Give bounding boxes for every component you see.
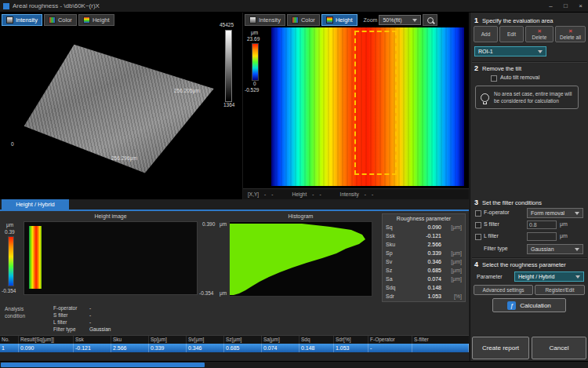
maximize-button[interactable]: □ xyxy=(558,0,573,12)
s-filter-checkbox[interactable] xyxy=(475,222,481,228)
histogram-shape xyxy=(230,222,372,296)
color-button-2d[interactable]: Color xyxy=(287,14,320,26)
color-button[interactable]: Color xyxy=(44,14,77,26)
histogram-max-unit: μm xyxy=(220,221,227,227)
minimize-button[interactable]: – xyxy=(543,0,558,12)
settings-sidebar: 1 Specify the evaluation area Add Edit ×… xyxy=(470,13,588,368)
analysis-panel: Height image μm 0.39 -0.354 Histogram 0.… xyxy=(0,210,469,335)
f-operator-checkbox[interactable] xyxy=(475,210,481,217)
chevron-down-icon xyxy=(575,275,580,279)
height-image-min: -0.354 xyxy=(2,288,16,293)
lightbulb-icon xyxy=(481,93,489,102)
delete-roi-button[interactable]: × Delete xyxy=(525,26,554,42)
add-roi-button-label: Add xyxy=(481,31,491,37)
section-2-header: 2 Remove the tilt xyxy=(474,64,521,72)
col-header[interactable]: Result[Sq[μm]] xyxy=(19,336,74,344)
delete-all-roi-button[interactable]: × Delete all xyxy=(555,26,586,42)
scrollbar-thumb[interactable] xyxy=(1,363,205,367)
advanced-settings-button[interactable]: Advanced settings xyxy=(474,285,533,295)
parameter-select[interactable]: Height / Hybrid xyxy=(514,271,584,282)
hint-box: No area set case, entire image will be c… xyxy=(475,86,579,109)
param-value: 2.566 xyxy=(403,242,441,247)
col-header[interactable]: Sdr[%] xyxy=(334,336,368,344)
view-3d-toolbar: Intensity Color Height xyxy=(2,14,114,26)
condition-row: L filter- xyxy=(53,319,91,325)
horizontal-scrollbar[interactable] xyxy=(0,361,588,368)
col-header[interactable]: S-filter xyxy=(412,336,469,344)
register-edit-label: Register/Edit xyxy=(545,287,574,293)
section-1-header: 1 Specify the evaluation area xyxy=(474,16,554,24)
app-icon xyxy=(3,3,9,9)
col-header[interactable]: Sv[μm] xyxy=(187,336,224,344)
color-button-2d-label: Color xyxy=(301,16,315,24)
create-report-button[interactable]: Create report xyxy=(472,337,529,359)
height-button-2d[interactable]: Height xyxy=(321,14,358,26)
col-header[interactable]: Sdq xyxy=(299,336,334,344)
results-table-header: No. Result[Sq[μm]] Ssk Sku Sp[μm] Sv[μm]… xyxy=(0,335,469,344)
analysis-condition-label: Analysis condition xyxy=(5,306,39,320)
param-value: 0.148 xyxy=(403,285,441,290)
edit-roi-button[interactable]: Edit xyxy=(499,26,524,42)
cancel-button[interactable]: Cancel xyxy=(532,337,586,359)
zoom-tool-button[interactable] xyxy=(423,14,437,26)
l-filter-label: L filter xyxy=(484,233,499,239)
param-value: -0.121 xyxy=(403,233,441,239)
evaluation-roi-rectangle[interactable] xyxy=(354,31,397,175)
l-filter-checkbox[interactable] xyxy=(475,234,481,240)
param-name: Sp xyxy=(386,250,403,256)
roughness-row: Sp0.339[μm] xyxy=(383,249,465,257)
xy-label: [X,Y] xyxy=(248,191,259,197)
condition-row: F-operator- xyxy=(53,305,91,311)
col-header[interactable]: Sku xyxy=(111,336,149,344)
filter-type-select[interactable]: Gaussian xyxy=(527,244,583,254)
tab-height-hybrid[interactable]: Height / Hybrid xyxy=(2,199,69,210)
add-roi-button[interactable]: Add xyxy=(474,26,498,42)
calculation-button[interactable]: ƒ Calculation xyxy=(492,298,566,312)
height-map-image[interactable] xyxy=(271,27,464,186)
intensity-button-label: Intensity xyxy=(16,16,38,24)
col-header[interactable]: F-Operator xyxy=(368,336,412,344)
height-button-label: Height xyxy=(93,16,110,24)
roughness-row: Sdr1.053[%] xyxy=(383,292,465,301)
height-image-unit: μm xyxy=(6,222,13,228)
condition-value: Gaussian xyxy=(89,326,111,332)
col-header[interactable]: Sa[μm] xyxy=(262,336,299,344)
close-button[interactable]: × xyxy=(573,0,588,12)
height-button[interactable]: Height xyxy=(78,14,114,26)
col-header[interactable]: No. xyxy=(0,336,19,344)
col-header[interactable]: Ssk xyxy=(74,336,111,344)
l-filter-unit: μm xyxy=(560,233,568,239)
param-name: Sdq xyxy=(386,285,403,290)
height-icon xyxy=(326,16,333,24)
parameter-select-value: Height / Hybrid xyxy=(518,274,554,279)
roi-select[interactable]: ROI-1 xyxy=(474,46,546,56)
intensity-button[interactable]: Intensity xyxy=(2,14,42,26)
intensity-button-2d[interactable]: Intensity xyxy=(245,14,285,26)
cell: 0.090 xyxy=(19,344,74,352)
cell: 0.346 xyxy=(187,344,224,352)
histogram-min-unit: μm xyxy=(220,290,227,296)
l-filter-input[interactable] xyxy=(527,232,557,241)
condition-name: F-operator xyxy=(53,305,89,311)
condition-value: - xyxy=(89,305,91,311)
section-4-header: 4 Select the roughness parameter xyxy=(474,261,566,268)
condition-value: - xyxy=(89,319,91,325)
height-image-view[interactable] xyxy=(24,221,198,295)
delete-x-icon: × xyxy=(568,28,572,35)
col-header[interactable]: Sz[μm] xyxy=(224,336,262,344)
form-removal-select[interactable]: Form removal xyxy=(527,208,583,218)
register-edit-button[interactable]: Register/Edit xyxy=(535,285,585,295)
cursor-status-bar: [X,Y] - - Height - - Intensity - - xyxy=(243,188,469,199)
param-unit: [μm] xyxy=(441,259,462,264)
cell: 0.339 xyxy=(149,344,187,352)
s-filter-input[interactable] xyxy=(527,220,557,229)
window-title: Areal roughness - \db\60K~(r)X xyxy=(13,2,543,9)
table-row-selected[interactable]: 1 0.090 -0.121 2.566 0.339 0.346 0.685 0… xyxy=(0,344,469,352)
histogram-min: -0.354 xyxy=(199,290,213,296)
param-unit: [μm] xyxy=(441,276,462,282)
xy-value-2: - xyxy=(271,191,273,197)
zoom-select[interactable]: 50%(fit) xyxy=(379,15,421,25)
col-header[interactable]: Sp[μm] xyxy=(149,336,187,344)
parameter-label: Parameter xyxy=(477,274,503,279)
auto-tilt-checkbox[interactable] xyxy=(491,75,497,82)
